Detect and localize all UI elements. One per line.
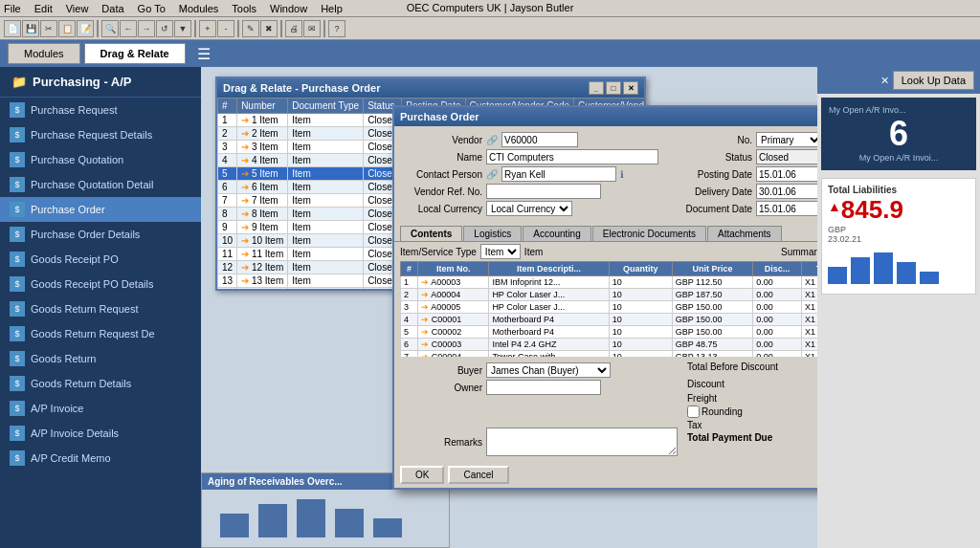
currency-row: Local Currency Local Currency [406,201,664,216]
sidebar-item-goods-receipt-po[interactable]: $ Goods Receipt PO [0,247,201,272]
toolbar-btn-8[interactable]: → [138,20,155,37]
owner-input[interactable] [486,380,601,395]
remarks-input[interactable] [486,427,678,456]
tab-drag-relate[interactable]: Drag & Relate [84,43,186,64]
sidebar-item-ap-invoice-details[interactable]: $ A/P Invoice Details [0,421,201,446]
contact-info-icon[interactable]: ℹ [620,169,624,180]
vendor-input[interactable] [501,132,578,147]
toolbar-btn-cancel[interactable]: ✖ [260,20,278,37]
item-service-type-select[interactable]: Item [480,244,521,259]
content-area: Drag & Relate - Purchase Order _ □ ✕ # N… [201,67,817,548]
sidebar-item-purchase-quotation-detail[interactable]: $ Purchase Quotation Detail [0,172,201,197]
po-col-qty: Quantity [609,262,672,276]
po-table-row[interactable]: 5 ➔ C00002 Motherboard P4 10 GBP 150.00 … [401,326,818,339]
posting-date-input[interactable] [756,166,817,182]
menu-view[interactable]: View [66,3,89,14]
po-tab-logistics[interactable]: Logistics [463,226,522,241]
svg-rect-3 [335,509,364,537]
sidebar-icon-prd: $ [10,127,25,142]
item-service-type-label: Item/Service Type [400,247,477,257]
lookup-button[interactable]: Look Up Data [893,71,974,90]
sidebar-item-ap-credit-memo[interactable]: $ A/P Credit Memo [0,446,201,471]
toolbar-btn-edit[interactable]: ✎ [242,20,259,37]
toolbar-btn-2[interactable]: 💾 [22,20,39,37]
menu-tools[interactable]: Tools [232,3,256,14]
menu-window[interactable]: Window [270,3,307,14]
contact-input[interactable] [501,166,616,182]
menu-help[interactable]: Help [321,3,343,14]
sidebar-item-goods-return-request-de[interactable]: $ Goods Return Request De [0,321,201,346]
drag-relate-close[interactable]: ✕ [623,81,638,95]
toolbar-btn-filter[interactable]: ▼ [174,20,191,37]
vendor-link-icon[interactable]: 🔗 [486,135,498,145]
drag-relate-maximize[interactable]: □ [606,81,621,95]
menu-edit[interactable]: Edit [34,3,53,14]
hamburger-icon[interactable]: ☰ [197,45,211,63]
currency-select[interactable]: Local Currency [486,201,572,216]
sidebar-item-goods-return-details[interactable]: $ Goods Return Details [0,371,201,396]
cancel-button[interactable]: Cancel [448,466,508,484]
toolbar-btn-print[interactable]: 🖨 [285,20,302,37]
sidebar-item-ap-invoice[interactable]: $ A/P Invoice [0,396,201,421]
tab-modules[interactable]: Modules [8,43,80,64]
remarks-label: Remarks [406,437,482,448]
sidebar-label-pr: Purchase Request [31,104,118,116]
toolbar-btn-1[interactable]: 📄 [4,20,21,37]
right-panel-close[interactable]: ✕ [880,75,889,87]
no-type-select[interactable]: Primary [756,132,817,147]
po-table-row[interactable]: 3 ➔ A00005 HP Color Laser J... 10 GBP 15… [401,301,818,314]
toolbar-btn-help[interactable]: ? [328,20,345,37]
po-table-row[interactable]: 4 ➔ C00001 Motherboard P4 10 GBP 150.00 … [401,314,818,326]
menu-file[interactable]: File [4,3,21,14]
delivery-date-row: Delivery Date [676,184,817,199]
po-tab-contents[interactable]: Contents [400,226,462,241]
po-tab-accounting[interactable]: Accounting [523,226,590,241]
vendor-ref-input[interactable] [486,184,601,199]
toolbar-btn-7[interactable]: ← [120,20,137,37]
vendor-ref-label: Vendor Ref. No. [406,186,482,197]
toolbar-btn-11[interactable]: - [217,20,234,37]
sidebar-item-purchase-request[interactable]: $ Purchase Request [0,98,201,122]
po-tab-attachments[interactable]: Attachments [707,226,782,241]
sidebar-item-goods-receipt-po-details[interactable]: $ Goods Receipt PO Details [0,272,201,296]
col-number: Number [237,99,288,114]
toolbar-btn-5[interactable]: 📝 [77,20,94,37]
drag-relate-minimize[interactable]: _ [589,81,604,95]
menu-data[interactable]: Data [101,3,123,14]
document-date-input[interactable] [756,201,817,216]
sidebar-item-purchase-quotation[interactable]: $ Purchase Quotation [0,147,201,172]
toolbar-btn-3[interactable]: ✂ [40,20,57,37]
sidebar-item-purchase-order[interactable]: $ Purchase Order [0,197,201,222]
sidebar-item-purchase-order-details[interactable]: $ Purchase Order Details [0,222,201,247]
po-table-row[interactable]: 6 ➔ C00003 Intel P4 2.4 GHZ 10 GBP 48.75… [401,339,818,351]
svg-rect-5 [828,267,847,284]
sidebar: 📁 Purchasing - A/P $ Purchase Request $ … [0,67,201,548]
buyer-select[interactable]: James Chan (Buyer) [486,362,611,378]
po-table-row[interactable]: 1 ➔ A00003 IBM Infoprint 12... 10 GBP 11… [401,276,818,289]
toolbar-btn-10[interactable]: + [199,20,216,37]
menu-goto[interactable]: Go To [138,3,166,14]
sidebar-label-pq: Purchase Quotation [31,154,123,165]
po-col-disc: Disc... [753,262,802,276]
menu-modules[interactable]: Modules [179,3,219,14]
sidebar-item-goods-return[interactable]: $ Goods Return [0,346,201,371]
ok-button[interactable]: OK [400,466,444,484]
vendor-row: Vendor 🔗 [406,132,664,147]
po-tab-edocs[interactable]: Electronic Documents [592,226,706,241]
drag-relate-titlebar: Drag & Relate - Purchase Order _ □ ✕ [217,78,644,98]
toolbar-btn-9[interactable]: ↺ [156,20,173,37]
document-date-label: Document Date [676,204,752,214]
name-input[interactable] [486,149,658,164]
toolbar-btn-6[interactable]: 🔍 [101,20,119,37]
po-table-row[interactable]: 2 ➔ A00004 HP Color Laser J... 10 GBP 18… [401,289,818,301]
rounding-checkbox[interactable] [687,406,700,418]
delivery-date-input[interactable] [756,184,817,199]
col-doctype: Document Type [288,99,364,114]
contact-link-icon[interactable]: 🔗 [486,169,498,180]
sidebar-label-grpo: Goods Receipt PO [31,253,119,265]
sidebar-label-grd: Goods Return Details [31,378,131,389]
sidebar-item-purchase-request-details[interactable]: $ Purchase Request Details [0,122,201,147]
toolbar-btn-email[interactable]: ✉ [303,20,321,37]
sidebar-item-goods-return-request[interactable]: $ Goods Return Request [0,296,201,321]
toolbar-btn-4[interactable]: 📋 [58,20,76,37]
